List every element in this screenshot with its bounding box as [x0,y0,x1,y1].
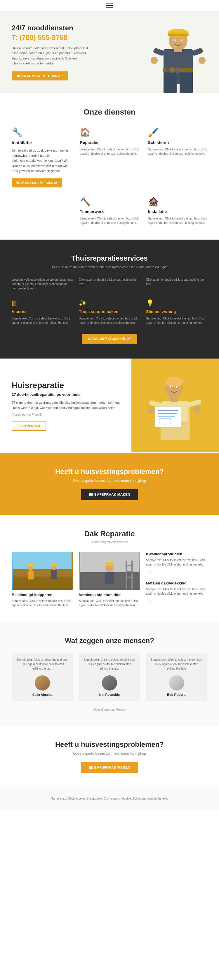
svg-point-9 [174,39,176,41]
dark-top-item-3: Click again or double click to start edi… [146,277,207,291]
testimonial-name-1: Celia Almeda [32,693,53,696]
cta1-subtitle: Onze experts lossen ze in een mum van ti… [12,479,207,483]
svg-point-33 [148,407,155,414]
testimonials-title: Wat zeggen onze mensen? [12,636,207,645]
header [0,0,219,11]
hero-cta-button[interactable]: NEEM CONTACT MET ONS OP [12,72,68,80]
dark-item-slimme: 💡 Slimme woning Sample text. Click to se… [146,299,207,325]
house-icon: 🏠 [80,127,139,137]
dark-item-name-slimme: Slimme woning [146,309,207,314]
svg-rect-19 [163,73,177,93]
hero-image-area [137,11,219,93]
dark-item-name-schoonmaken: Thuis schoonmaken [79,309,140,314]
electric-icon: 🏚️ [148,196,207,206]
roof-right-item-2: Metalen dakbedekking Sample text. Click … [146,581,207,604]
roof-right-items: Kwaliteitsproducten Sample text. Click t… [146,552,207,608]
svg-rect-18 [176,67,179,73]
services-top-row: 🔧 Installatie Ben je altijd al op zoek g… [12,127,207,188]
roof-item-1: Beschadigd knipperen Sample text. Click … [12,552,73,608]
service-name-installatie2: Installatie [148,209,207,214]
svg-point-10 [181,39,182,41]
dark-item-text-schoonmaken: Sample text. Click to select the text bo… [79,316,140,325]
svg-rect-42 [13,569,72,577]
testimonial-name-2: Nat Reynolds [99,693,120,696]
floor-icon: ▦ [12,299,73,307]
hero-title: 24/7 nooddiensten [12,24,131,32]
dark-section-title: Thuisreparatieservices [12,254,207,262]
roof-right-text-2: Sample text. Click to select the text bo… [146,587,207,596]
dark-item-schoonmaken: ✨ Thuis schoonmaken Sample text. Click t… [79,299,140,325]
testimonial-item-2: Sample text. Click to select the text bo… [79,653,140,701]
home-repair-section: Huisreparatie 27 doe-het-zelfreparatieti… [0,358,219,453]
service-text-installatie: Ben je altijd al op zoek geweest naar he… [12,148,71,174]
svg-rect-16 [166,68,169,73]
home-repair-title: Huisreparatie [12,381,123,390]
svg-rect-17 [171,67,173,73]
dark-item-text-slimme: Sample text. Click to select the text bo… [146,316,207,325]
roof-title: Dak Reparatie [12,529,207,538]
svg-point-30 [177,387,178,388]
avatar-2 [102,675,117,690]
roof-image-1 [12,552,73,590]
cta1-title: Heeft u huisvestingsproblemen? [12,468,207,476]
cta2-title: Heeft u huisvestingsproblemen? [12,740,207,749]
svg-rect-57 [126,571,133,572]
dark-section-subtitle: Duis aute mure dolor in reprehenderit in… [12,265,207,269]
dark-top-item-2: Click again or double click to start edi… [79,277,140,291]
dark-top-item-1: voluptate velit esse cillum dolore eu fu… [12,277,73,291]
service-name-reparatie: Reparatie [80,140,139,145]
home-repair-btn[interactable]: LEES VERDER [12,422,46,431]
hero-content: 24/7 nooddiensten T: (780) 555-8768 Duis… [0,11,137,93]
cta2-subtitle: Onze experts lossen ze in een mum van ti… [12,751,207,756]
paint-icon: 🖌️ [148,127,207,137]
testimonial-name-3: Bob Roberts [167,693,186,696]
dark-top-grid: voluptate velit esse cillum dolore eu fu… [12,277,207,291]
svg-rect-6 [168,34,189,36]
roof-grid: Beschadigd knipperen Sample text. Click … [12,552,207,608]
svg-rect-20 [180,73,193,93]
service-item-timmerwerk: 🔨 Timmerwerk Sample text. Click to selec… [80,196,139,225]
service-name-timmerwerk: Timmerwerk [80,209,139,214]
roof-worker-illustration [79,552,140,590]
svg-point-48 [51,563,58,566]
svg-rect-52 [105,572,114,584]
svg-point-34 [193,406,200,413]
roof-item-name-1: Beschadigd knipperen [12,593,73,597]
hero-text: Duis aute irure dolor in reprehenderit i… [12,46,91,66]
testimonials-credit: Afbeeldingen van Freepik [12,708,207,711]
dark-cta-button[interactable]: NEEM CONTACT MET ONS OP [82,334,137,344]
hammer-icon: 🔨 [80,196,139,206]
testimonial-text-3: Sample text. Click to select the text bo… [151,658,203,671]
cta1-button[interactable]: EEN AFSPRAAK MAKEN [81,489,138,500]
service-item-installatie2: 🏚️ Installatie Sample text. Click to sel… [148,196,207,225]
home-repair-content: Huisreparatie 27 doe-het-zelfreparatieti… [0,358,131,453]
dark-cta-area: NEEM CONTACT MET ONS OP [12,334,207,344]
avatar-1 [35,675,50,690]
service-cta-button[interactable]: NEEM CONTACT MET ONS OP [12,178,62,188]
svg-point-13 [151,57,158,64]
roof-right-text-1: Sample text. Click to select the text bo… [146,558,207,567]
cta1-section: Heeft u huisvestingsproblemen? Onze expe… [0,453,219,515]
hero-section: 24/7 nooddiensten T: (780) 555-8768 Duis… [0,11,219,93]
service-text-schilderen: Sample text. Click to select the text bo… [148,147,207,156]
repair-worker-illustration [131,358,219,452]
testimonial-text-1: Sample text. Click to select the text bo… [16,658,68,671]
hamburger-menu[interactable] [106,3,113,8]
services-bottom-row: 🔨 Timmerwerk Sample text. Click to selec… [12,196,207,225]
service-item-reparatie: 🏠 Reparatie Sample text. Click to select… [80,127,139,188]
cta2-section: Heeft u huisvestingsproblemen? Onze expe… [0,726,219,788]
svg-rect-47 [51,570,57,579]
cta2-button[interactable]: EEN AFSPRAAK MAKEN [81,762,138,773]
dark-item-text-vloeren: Sample text. Click to select the text bo… [12,316,73,325]
service-name-installatie: Installatie [12,140,71,145]
roof-item-2: Versleten afdichtmiddel Sample text. Cli… [79,552,140,608]
svg-point-53 [105,562,114,566]
worker-illustration [137,11,219,93]
smart-icon: 💡 [146,299,207,307]
home-repair-image [131,358,219,453]
svg-point-29 [171,387,172,388]
home-repair-text: 27 slimme doe-het-zelfrepuratips die elk… [12,400,123,410]
dark-item-name-vloeren: Vloeren [12,309,73,314]
service-text-timmerwerk: Sample text. Click to select the text bo… [80,216,139,225]
roof-item-name-2: Versleten afdichtmiddel [79,593,140,597]
